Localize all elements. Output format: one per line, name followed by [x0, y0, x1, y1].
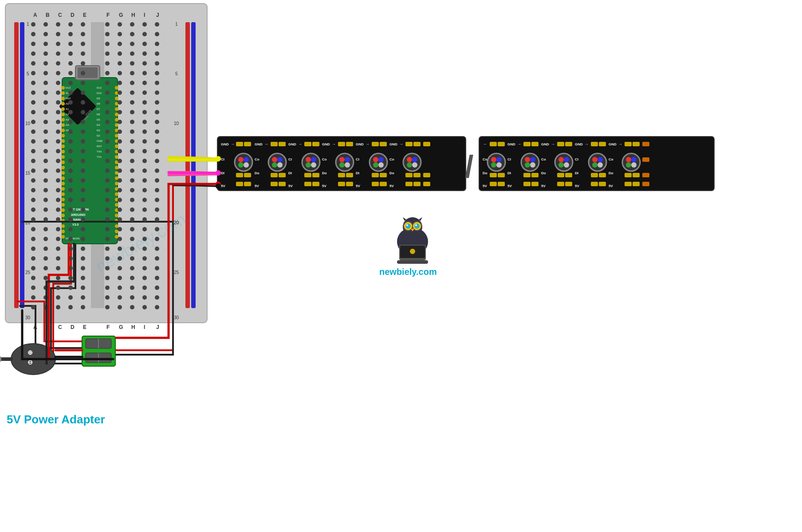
svg-point-441: [81, 286, 85, 290]
svg-point-72: [61, 214, 65, 217]
svg-point-526: [155, 159, 159, 163]
svg-point-492: [105, 100, 110, 105]
led-6: [403, 153, 421, 171]
svg-rect-139: [279, 182, 286, 186]
svg-point-240: [564, 157, 569, 162]
svg-point-580: [142, 266, 147, 270]
svg-point-380: [68, 168, 73, 173]
svg-point-418: [43, 246, 48, 251]
svg-point-424: [56, 256, 60, 261]
svg-point-555: [142, 217, 147, 222]
svg-rect-214: [498, 173, 505, 177]
svg-point-51: [61, 102, 65, 106]
svg-point-473: [118, 61, 122, 66]
svg-point-345: [68, 100, 73, 105]
svg-point-407: [31, 227, 35, 231]
led-10: [589, 153, 606, 171]
svg-text:5V: 5V: [322, 184, 326, 188]
svg-point-366: [81, 139, 85, 144]
svg-text:30: 30: [25, 315, 31, 320]
svg-rect-167: [346, 173, 353, 177]
svg-point-599: [130, 305, 134, 309]
svg-point-54: [61, 118, 65, 121]
svg-text:Co: Co: [609, 157, 613, 161]
arduino-label-v: V3.0: [72, 223, 79, 226]
svg-text:5V: 5V: [288, 184, 293, 188]
svg-point-377: [31, 168, 35, 173]
svg-text:GND: GND: [389, 142, 397, 146]
svg-point-358: [43, 129, 48, 134]
svg-point-433: [43, 276, 48, 280]
svg-point-383: [43, 178, 48, 183]
svg-point-411: [81, 227, 85, 231]
svg-point-467: [105, 51, 110, 56]
svg-text:C: C: [58, 324, 62, 330]
svg-point-400: [68, 207, 73, 212]
svg-point-52: [61, 107, 65, 111]
svg-point-180: [378, 162, 384, 168]
svg-point-360: [68, 129, 73, 134]
svg-text:GND: GND: [609, 142, 617, 146]
svg-point-556: [155, 217, 159, 222]
svg-point-524: [130, 159, 134, 163]
col-header-G: G: [119, 12, 123, 18]
svg-point-429: [56, 266, 60, 270]
svg-point-71: [61, 208, 65, 212]
svg-point-516: [155, 139, 159, 144]
svg-point-567: [105, 246, 110, 251]
svg-rect-223: [531, 142, 539, 146]
svg-text:D7: D7: [97, 108, 100, 110]
svg-rect-161: [346, 142, 353, 146]
svg-point-313: [43, 42, 48, 46]
arduino-right-pins: [115, 86, 118, 239]
svg-rect-131: [279, 142, 286, 146]
svg-point-164: [339, 162, 345, 168]
svg-point-451: [81, 305, 85, 309]
svg-point-311: [81, 32, 85, 36]
svg-point-361: [81, 129, 85, 134]
svg-rect-228: [523, 173, 531, 177]
col-header-B: B: [46, 12, 50, 18]
svg-rect-181: [372, 173, 379, 177]
svg-text:5: 5: [175, 71, 178, 76]
col-header-C: C: [58, 12, 62, 18]
svg-point-324: [56, 61, 60, 66]
svg-point-487: [105, 90, 110, 95]
svg-point-573: [118, 256, 122, 261]
svg-point-61: [61, 155, 65, 159]
svg-point-558: [118, 227, 122, 231]
svg-text:F: F: [106, 324, 110, 330]
svg-point-350: [68, 110, 73, 114]
svg-rect-278: [642, 157, 649, 162]
svg-point-315: [68, 42, 73, 46]
power-rail-right-red: [185, 22, 190, 308]
svg-point-302: [31, 22, 35, 27]
svg-rect-168: [338, 182, 345, 186]
svg-point-357: [31, 129, 35, 134]
svg-point-328: [43, 71, 48, 75]
svg-point-367: [31, 149, 35, 153]
svg-rect-213: [490, 173, 497, 177]
svg-point-422: [31, 256, 35, 261]
svg-rect-190: [405, 142, 413, 146]
svg-point-392: [31, 198, 35, 202]
svg-point-520: [142, 149, 147, 153]
svg-point-241: [558, 162, 564, 168]
svg-point-340: [68, 90, 73, 95]
svg-point-227: [530, 162, 535, 168]
svg-point-382: [31, 178, 35, 183]
svg-text:→: →: [366, 142, 370, 146]
svg-point-518: [118, 149, 122, 153]
svg-point-63: [61, 166, 65, 169]
svg-rect-207: [490, 142, 497, 146]
svg-point-81: [115, 107, 118, 111]
svg-point-327: [31, 71, 35, 75]
svg-point-117: [238, 157, 244, 162]
svg-rect-260: [591, 182, 598, 186]
svg-rect-136: [271, 173, 278, 177]
svg-point-359: [56, 129, 60, 134]
svg-point-512: [105, 139, 110, 144]
svg-rect-152: [312, 173, 319, 177]
svg-point-588: [118, 286, 122, 290]
svg-point-101: [115, 214, 118, 217]
